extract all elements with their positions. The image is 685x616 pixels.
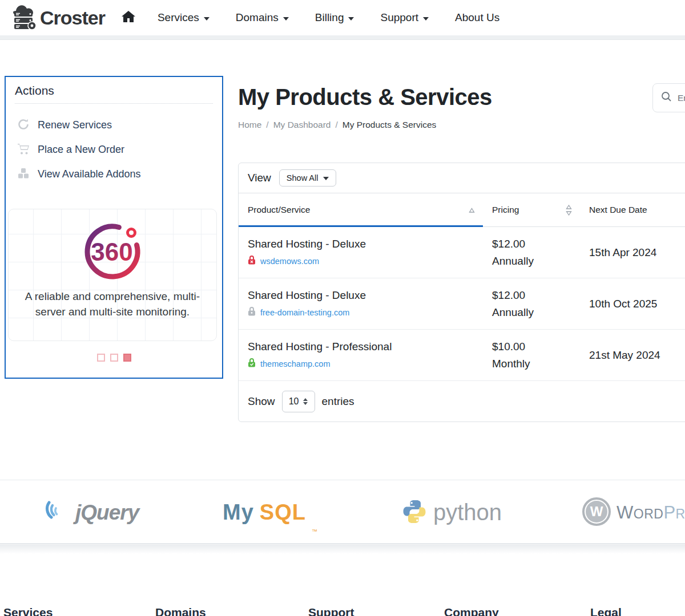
python-logo: python (401, 480, 502, 545)
billing-cycle: Annually (492, 304, 580, 321)
sort-asc-icon (469, 208, 475, 213)
action-renew-services[interactable]: Renew Services (17, 113, 213, 137)
nav-item-billing[interactable]: Billing (315, 11, 354, 24)
mysql-wordmark: My (223, 500, 254, 525)
cart-icon (17, 143, 30, 157)
show-all-filter-button[interactable]: Show All (279, 169, 337, 187)
nav-label: Domains (236, 11, 279, 24)
pricing-cell: $12.00 Annually (483, 236, 580, 269)
refresh-icon (17, 118, 30, 133)
top-navbar: Croster Services Domains Billing Support… (0, 0, 685, 35)
nav-item-support[interactable]: Support (380, 11, 429, 24)
show-label: Show (248, 395, 275, 408)
column-label: Next Due Date (589, 205, 647, 215)
view-label: View (248, 172, 271, 184)
carousel-indicators (6, 354, 222, 362)
jquery-icon (45, 500, 70, 525)
footer-col-services: Services (3, 606, 53, 616)
main-nav: Services Domains Billing Support About U… (158, 11, 499, 24)
billing-cycle: Monthly (492, 355, 580, 372)
nav-item-about-us[interactable]: About Us (455, 11, 499, 24)
action-view-available-addons[interactable]: View Available Addons (17, 162, 213, 187)
jquery-logo: jQuery (45, 480, 139, 545)
jquery-wordmark: jQuery (75, 501, 139, 525)
products-services-card: View Show All Product/Service Pricing Ne… (238, 163, 685, 422)
table-header-row: Product/Service Pricing Next Due Date (239, 193, 685, 227)
wordpress-wordmark: WORDPRESS (616, 502, 685, 523)
entries-label: entries (322, 395, 354, 408)
price: $12.00 (492, 287, 580, 303)
brand-logo[interactable]: Croster (7, 2, 105, 34)
ssl-valid-lock-icon (248, 358, 256, 370)
product-name: Shared Hosting - Deluxe (248, 238, 483, 250)
footer-col-domains: Domains (155, 606, 206, 616)
table-row[interactable]: Shared Hosting - Deluxe free-domain-test… (239, 278, 685, 330)
next-due-date: 15th Apr 2024 (580, 246, 685, 259)
nav-home[interactable] (121, 10, 136, 26)
promo-caption: A reliable and comprehensive, multi- ser… (9, 289, 216, 319)
site-footer: Services Domains Support Company Legal (0, 606, 685, 616)
product-name: Shared Hosting - Professional (248, 341, 483, 353)
domain-link[interactable]: themeschamp.com (260, 359, 331, 368)
python-wordmark: python (433, 500, 502, 525)
price: $12.00 (492, 236, 580, 252)
sort-both-icon (566, 205, 572, 216)
entries-per-page-select[interactable]: 10 (282, 391, 315, 412)
product-cell: Shared Hosting - Deluxe wsdemows.com (239, 238, 483, 267)
knowledgebase-searchbox (652, 83, 685, 112)
next-due-date: 10th Oct 2025 (580, 298, 685, 310)
ssl-unknown-lock-icon (248, 306, 256, 318)
action-label: Renew Services (38, 119, 112, 131)
entries-value: 10 (289, 396, 299, 407)
actions-panel-title: Actions (6, 77, 222, 103)
search-icon (661, 91, 672, 104)
home-icon (121, 10, 136, 26)
footer-col-company: Company (444, 606, 499, 616)
chevron-down-icon (423, 17, 429, 21)
wordpress-logo: W WORDPRESS (582, 480, 685, 545)
promo-slide-monitoring[interactable]: 360 A reliable and comprehensive, multi-… (8, 209, 217, 341)
python-icon (401, 499, 428, 527)
nav-item-domains[interactable]: Domains (236, 11, 289, 24)
brand-name: Croster (40, 7, 105, 29)
svg-text:W: W (590, 504, 603, 519)
svg-text:360: 360 (91, 238, 132, 266)
pricing-cell: $10.00 Monthly (483, 338, 580, 372)
footer-col-support: Support (308, 606, 354, 616)
column-pricing[interactable]: Pricing (483, 205, 580, 216)
column-next-due-date[interactable]: Next Due Date (580, 205, 685, 215)
carousel-dot-3-active[interactable] (123, 354, 131, 362)
billing-cycle: Annually (492, 253, 580, 269)
carousel-dot-2[interactable] (110, 354, 118, 362)
server-cloud-logo-icon (7, 2, 39, 34)
domain-link[interactable]: free-domain-testing.com (260, 308, 349, 317)
product-cell: Shared Hosting - Professional themescham… (239, 341, 483, 370)
chevron-down-icon (348, 17, 354, 21)
domain-link[interactable]: wsdemows.com (260, 257, 319, 266)
column-product-service[interactable]: Product/Service (239, 205, 483, 215)
breadcrumb-dashboard[interactable]: My Dashboard (266, 120, 331, 130)
price: $10.00 (492, 338, 580, 355)
breadcrumb-current: My Products & Services (335, 120, 436, 130)
search-input[interactable] (678, 93, 685, 103)
mysql-logo: MySQL™ (223, 480, 317, 545)
stepper-arrows-icon (303, 398, 308, 405)
column-label: Pricing (492, 205, 519, 215)
navbar-divider (0, 35, 685, 40)
table-row[interactable]: Shared Hosting - Professional themescham… (239, 330, 685, 381)
product-cell: Shared Hosting - Deluxe free-domain-test… (239, 289, 483, 318)
actions-panel: Actions Renew Services Place a New Order (5, 76, 223, 379)
table-row[interactable]: Shared Hosting - Deluxe wsdemows.com $12… (239, 227, 685, 278)
carousel-dot-1[interactable] (97, 354, 105, 362)
filter-value: Show All (287, 173, 319, 183)
chevron-down-icon (283, 17, 289, 21)
view-filter-row: View Show All (239, 163, 685, 193)
next-due-date: 21st May 2024 (580, 349, 685, 362)
nav-label: Services (158, 11, 199, 24)
nav-item-services[interactable]: Services (158, 11, 209, 24)
action-place-new-order[interactable]: Place a New Order (17, 137, 213, 162)
breadcrumb-home[interactable]: Home (238, 120, 261, 130)
page-title: My Products & Services (238, 84, 492, 110)
product-name: Shared Hosting - Deluxe (248, 289, 483, 302)
pricing-cell: $12.00 Annually (483, 287, 580, 321)
